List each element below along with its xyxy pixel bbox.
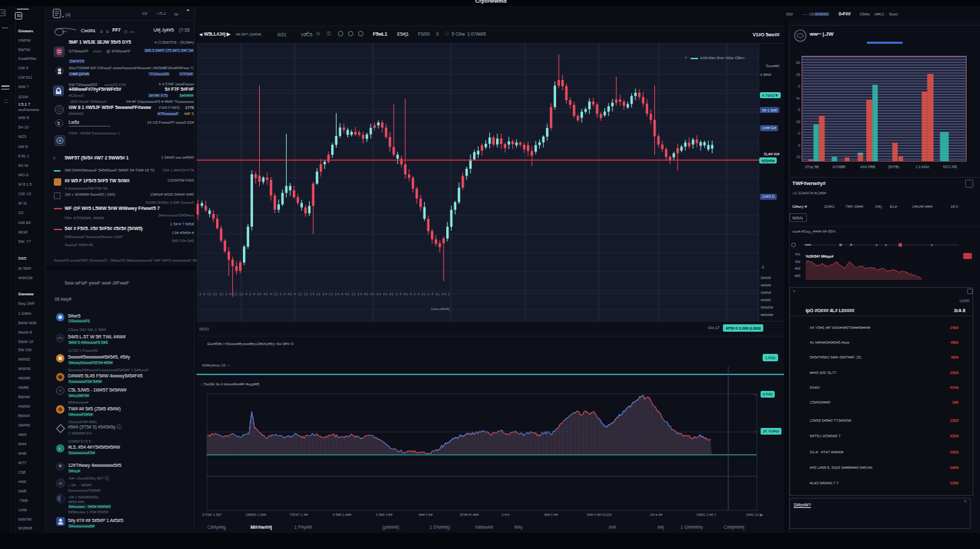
- svg-text:f: f: [59, 447, 61, 451]
- svg-text:5: 5: [57, 121, 60, 126]
- svg-text:(a): (a): [65, 12, 71, 17]
